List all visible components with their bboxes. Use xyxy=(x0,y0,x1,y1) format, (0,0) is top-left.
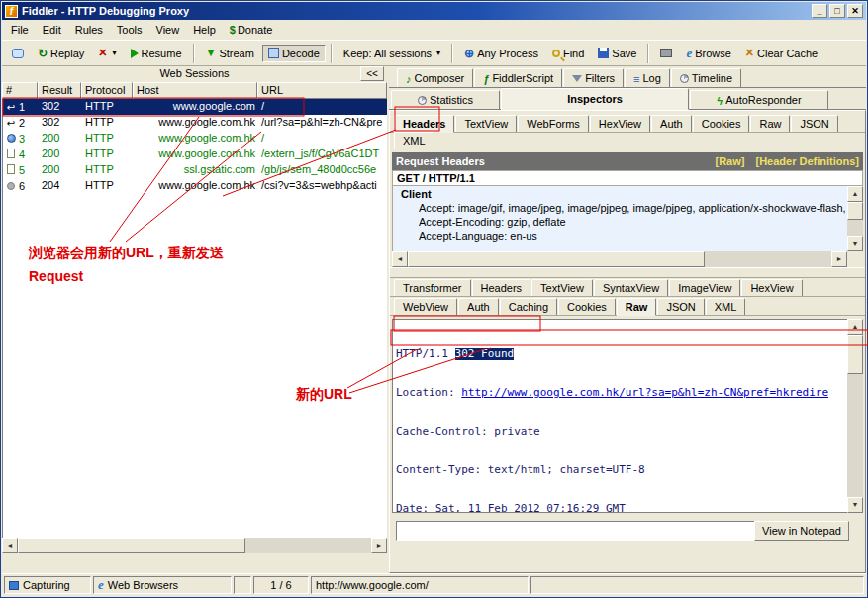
tab-resp-caching[interactable]: Caching xyxy=(500,298,557,315)
tab-req-auth[interactable]: Auth xyxy=(651,115,692,132)
scroll-right-button[interactable]: ► xyxy=(371,538,387,553)
column-header-result[interactable]: Result xyxy=(38,82,81,99)
tab-resp-syntaxview[interactable]: SyntaxView xyxy=(594,279,668,296)
web-browsers-filter[interactable]: eWeb Browsers xyxy=(93,576,232,594)
tab-req-textview[interactable]: TextView xyxy=(455,115,517,132)
tab-resp-hexview[interactable]: HexView xyxy=(741,279,802,296)
sessions-horizontal-scrollbar[interactable]: ◄ ► xyxy=(2,538,387,553)
tab-log[interactable]: ≡Log xyxy=(625,68,670,87)
scrollbar-track[interactable] xyxy=(847,374,863,497)
column-header-num[interactable]: # xyxy=(2,82,38,99)
comment-button[interactable] xyxy=(6,46,30,61)
scrollbar-track[interactable] xyxy=(847,220,863,236)
tab-req-xml[interactable]: XML xyxy=(394,132,434,149)
session-row[interactable]: 6 204 HTTP www.google.com.hk /csi?v=3&s=… xyxy=(3,178,387,194)
column-header-host[interactable]: Host xyxy=(133,82,257,99)
menu-tools[interactable]: Tools xyxy=(110,22,149,38)
remove-button[interactable]: ✕▾ xyxy=(92,45,122,61)
scrollbar-track[interactable] xyxy=(705,251,831,267)
menu-help[interactable]: Help xyxy=(186,22,223,38)
keep-sessions-dropdown[interactable]: Keep: All sessions▾ xyxy=(338,45,446,62)
stream-button[interactable]: ▼Stream xyxy=(200,45,260,62)
view-in-notepad-button[interactable]: View in Notepad xyxy=(754,521,849,541)
scrollbar-thumb[interactable] xyxy=(18,538,245,553)
tab-resp-transformer[interactable]: Transformer xyxy=(394,279,471,296)
tab-fiddlerscript[interactable]: ƒFiddlerScript xyxy=(474,68,562,87)
tab-req-webforms[interactable]: WebForms xyxy=(518,115,589,132)
session-host: www.google.com.hk xyxy=(134,178,258,194)
scroll-down-button[interactable]: ▼ xyxy=(847,236,863,251)
location-url-link[interactable]: http://www.google.com.hk/url?sa=p&hl=zh-… xyxy=(461,386,828,399)
session-row[interactable]: 5 200 HTTP ssl.gstatic.com /gb/js/sem_48… xyxy=(3,162,387,178)
tab-req-headers[interactable]: Headers xyxy=(394,115,454,133)
minimize-button[interactable]: _ xyxy=(812,4,827,18)
tab-req-cookies[interactable]: Cookies xyxy=(693,115,750,132)
tab-inspectors[interactable]: Inspectors xyxy=(501,88,689,110)
tab-req-json[interactable]: JSON xyxy=(791,115,837,132)
menu-rules[interactable]: Rules xyxy=(68,22,110,38)
menu-file[interactable]: File xyxy=(4,22,36,38)
request-vertical-scrollbar[interactable]: ▲ ▼ xyxy=(847,186,863,251)
column-header-protocol[interactable]: Protocol xyxy=(81,82,133,99)
column-header-url[interactable]: URL xyxy=(257,82,387,99)
scroll-right-button[interactable]: ► xyxy=(831,251,847,267)
tab-resp-json[interactable]: JSON xyxy=(657,298,704,315)
tab-filters[interactable]: Filters xyxy=(563,68,624,87)
tab-resp-textview[interactable]: TextView xyxy=(531,279,593,296)
quickexec-input[interactable] xyxy=(396,521,758,541)
header-definitions-link[interactable]: [Header Definitions] xyxy=(755,155,859,167)
save-button[interactable]: Save xyxy=(592,45,642,62)
clear-cache-button[interactable]: ✕Clear Cache xyxy=(739,45,823,62)
response-vertical-scrollbar[interactable]: ▲ ▼ xyxy=(847,319,863,513)
scroll-left-button[interactable]: ◄ xyxy=(2,538,18,553)
any-process-button[interactable]: ⊕Any Process xyxy=(458,45,544,62)
tab-req-hexview[interactable]: HexView xyxy=(590,115,650,132)
tab-resp-cookies[interactable]: Cookies xyxy=(558,298,616,315)
scroll-down-button[interactable]: ▼ xyxy=(847,497,863,513)
session-row[interactable]: 3 200 HTTP www.google.com.hk / xyxy=(3,131,387,147)
collapse-panel-button[interactable]: << xyxy=(360,66,384,81)
resume-button[interactable]: Resume xyxy=(125,45,188,62)
tab-resp-raw[interactable]: Raw xyxy=(617,298,657,316)
tab-timeline[interactable]: Timeline xyxy=(671,68,741,87)
replay-button[interactable]: ↻Replay xyxy=(32,45,90,62)
request-horizontal-scrollbar[interactable]: ◄ ► xyxy=(392,251,847,267)
tab-resp-headers[interactable]: Headers xyxy=(472,279,531,296)
request-header-item[interactable]: Accept-Language: en-us xyxy=(393,229,847,243)
decode-button[interactable]: Decode xyxy=(262,45,326,62)
tab-composer[interactable]: ♪Composer xyxy=(397,68,473,87)
tab-req-raw[interactable]: Raw xyxy=(750,115,790,132)
session-row[interactable]: ↩1 302 HTTP www.google.com / xyxy=(3,99,387,115)
scroll-left-button[interactable]: ◄ xyxy=(392,251,408,267)
browse-button[interactable]: eBrowse xyxy=(680,44,736,62)
status-filler xyxy=(530,576,864,594)
scroll-up-button[interactable]: ▲ xyxy=(847,186,863,202)
maximize-button[interactable]: □ xyxy=(829,4,845,18)
close-button[interactable]: ✕ xyxy=(847,4,863,18)
screenshot-button[interactable] xyxy=(654,46,678,60)
tab-resp-xml[interactable]: XML xyxy=(706,298,746,315)
tab-resp-webview[interactable]: WebView xyxy=(394,298,457,315)
raw-link[interactable]: [Raw] xyxy=(715,155,744,167)
menu-edit[interactable]: Edit xyxy=(36,22,68,38)
tab-resp-auth[interactable]: Auth xyxy=(458,298,499,315)
request-header-item[interactable]: Accept: image/gif, image/jpeg, image/pjp… xyxy=(393,201,847,215)
request-header-item[interactable]: Accept-Encoding: gzip, deflate xyxy=(393,215,847,229)
scrollbar-thumb[interactable] xyxy=(847,335,863,374)
tab-autoresponder[interactable]: ϟAutoResponder xyxy=(690,90,828,109)
menu-donate[interactable]: $Donate xyxy=(223,22,280,38)
session-row[interactable]: ↩2 302 HTTP www.google.com.hk /url?sa=p&… xyxy=(3,115,387,131)
session-row[interactable]: 4 200 HTTP www.google.com.hk /extern_js/… xyxy=(3,147,387,162)
tab-statistics[interactable]: Statistics xyxy=(391,90,500,109)
menu-view[interactable]: View xyxy=(149,22,187,38)
dollar-icon: $ xyxy=(230,24,236,36)
scrollbar-track[interactable] xyxy=(245,538,371,553)
capturing-toggle[interactable]: Capturing xyxy=(4,576,91,594)
request-response-splitter[interactable] xyxy=(390,267,865,278)
tab-resp-imageview[interactable]: ImageView xyxy=(669,279,740,296)
find-button[interactable]: Find xyxy=(546,45,590,62)
scroll-up-button[interactable]: ▲ xyxy=(847,319,863,335)
scrollbar-thumb[interactable] xyxy=(847,202,863,220)
client-group-label[interactable]: Client xyxy=(393,186,847,201)
scrollbar-thumb[interactable] xyxy=(408,251,705,267)
